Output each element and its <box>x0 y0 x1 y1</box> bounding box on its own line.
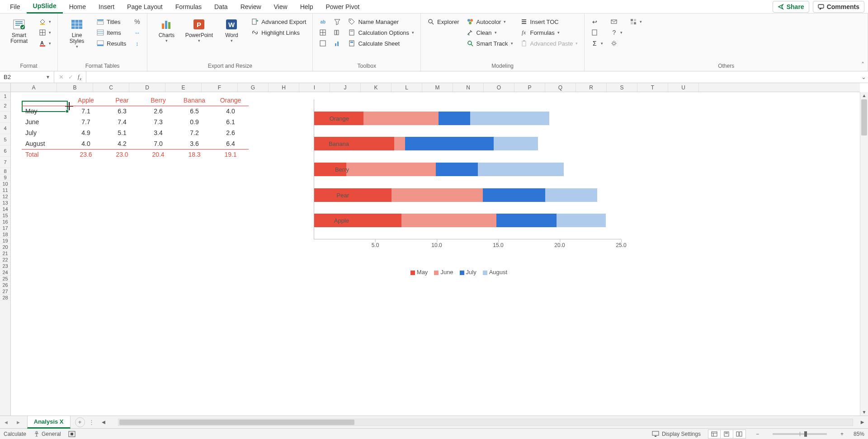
row-header-25[interactable]: 25 <box>0 276 10 282</box>
smart-track-button[interactable]: Smart Track ▾ <box>465 39 515 48</box>
font-color-button[interactable]: A▾ <box>37 39 53 48</box>
other-4[interactable] <box>609 17 624 26</box>
menu-insert[interactable]: Insert <box>92 0 121 13</box>
grid-area[interactable]: ApplePearBerryBananaOrange May7.16.32.66… <box>11 92 860 416</box>
charts-button[interactable]: Charts ▾ <box>152 15 181 45</box>
clean-button[interactable]: Clean ▾ <box>465 28 515 37</box>
row-header-21[interactable]: 21 <box>0 250 10 257</box>
line-styles-button[interactable]: Line Styles ▾ <box>62 15 91 51</box>
vertical-scrollbar[interactable]: ▲ ▼ <box>860 92 868 416</box>
row-header-5[interactable]: 5 <box>0 134 10 145</box>
col-header-T[interactable]: T <box>637 83 668 92</box>
add-sheet-button[interactable]: + <box>75 417 85 427</box>
sheet-tab-active[interactable]: Analysis X <box>27 416 71 429</box>
row-header-7[interactable]: 7 <box>0 157 10 168</box>
name-box-dropdown-icon[interactable]: ▼ <box>46 75 50 79</box>
tab-split-handle[interactable]: ⋮ <box>85 419 98 425</box>
cancel-formula-button[interactable]: ✕ <box>59 74 64 80</box>
percent-button[interactable]: % <box>132 17 142 26</box>
hscroll-right[interactable]: ► <box>857 419 868 425</box>
view-page-layout-button[interactable] <box>721 430 733 439</box>
row-header-26[interactable]: 26 <box>0 282 10 288</box>
col-header-F[interactable]: F <box>202 83 238 92</box>
row-header-15[interactable]: 15 <box>0 212 10 219</box>
row-header-8[interactable]: 8 <box>0 168 10 174</box>
col-header-O[interactable]: O <box>484 83 514 92</box>
zoom-in-button[interactable]: + <box>838 431 846 437</box>
insert-toc-button[interactable]: Insert TOC <box>519 17 580 26</box>
zoom-level[interactable]: 85% <box>854 431 864 437</box>
calc-options-button[interactable]: Calculation Options ▾ <box>346 28 416 37</box>
vscroll-thumb[interactable] <box>861 99 867 135</box>
menu-upslide[interactable]: UpSlide <box>27 0 63 14</box>
menu-power-pivot[interactable]: Power Pivot <box>319 0 366 13</box>
col-header-K[interactable]: K <box>361 83 392 92</box>
col-header-Q[interactable]: Q <box>545 83 576 92</box>
row-header-9[interactable]: 9 <box>0 174 10 181</box>
name-box[interactable]: B2 ▼ <box>0 71 54 83</box>
accept-formula-button[interactable]: ✓ <box>68 74 73 80</box>
tool-a2[interactable] <box>317 28 328 37</box>
sheet-nav-next[interactable]: ► <box>12 420 24 425</box>
hscroll-left[interactable]: ◄ <box>98 419 109 425</box>
col-header-A[interactable]: A <box>11 83 57 92</box>
row-header-3[interactable]: 3 <box>0 112 10 123</box>
col-header-E[interactable]: E <box>165 83 202 92</box>
formula-input[interactable] <box>86 71 859 83</box>
tool-a1[interactable]: ab <box>317 17 328 26</box>
display-settings-button[interactable]: Display Settings <box>652 431 701 437</box>
status-accessibility[interactable]: General <box>33 431 61 437</box>
other-2[interactable] <box>589 28 605 37</box>
formulas-button[interactable]: fxFormulas ▾ <box>519 28 580 37</box>
row-header-2[interactable]: 2 <box>0 100 10 112</box>
row-header-11[interactable]: 11 <box>0 187 10 193</box>
row-header-23[interactable]: 23 <box>0 263 10 269</box>
titles-button[interactable]: Titles <box>95 17 128 26</box>
results-button[interactable]: Results <box>95 39 128 48</box>
powerpoint-button[interactable]: P PowerPoint ▾ <box>184 15 213 45</box>
col-header-D[interactable]: D <box>129 83 165 92</box>
zoom-slider[interactable] <box>773 433 827 435</box>
hscroll-thumb[interactable] <box>119 420 354 425</box>
horizontal-scrollbar[interactable] <box>118 419 853 426</box>
fill-color-button[interactable]: ▾ <box>37 17 53 26</box>
menu-review[interactable]: Review <box>234 0 268 13</box>
menu-home[interactable]: Home <box>63 0 92 13</box>
menu-help[interactable]: Help <box>294 0 320 13</box>
row-header-17[interactable]: 17 <box>0 225 10 231</box>
row-header-13[interactable]: 13 <box>0 200 10 206</box>
other-1[interactable]: ↩ <box>589 17 605 26</box>
advanced-export-button[interactable]: Advanced Export <box>250 17 308 26</box>
other-6[interactable] <box>609 39 624 48</box>
word-button[interactable]: W Word ▾ <box>217 15 246 45</box>
comments-button[interactable]: Comments <box>813 1 864 13</box>
worksheet[interactable]: ABCDEFGHIJKLMNOPQRSTU 123456789101112131… <box>0 83 868 416</box>
row-header-28[interactable]: 28 <box>0 294 10 301</box>
highlight-links-button[interactable]: Highlight Links <box>250 28 308 37</box>
menu-formulas[interactable]: Formulas <box>169 0 208 13</box>
row-header-6[interactable]: 6 <box>0 145 10 157</box>
col-header-P[interactable]: P <box>514 83 545 92</box>
column-headers[interactable]: ABCDEFGHIJKLMNOPQRSTU <box>0 83 860 92</box>
row-header-12[interactable]: 12 <box>0 193 10 200</box>
row-header-10[interactable]: 10 <box>0 181 10 187</box>
col-header-S[interactable]: S <box>607 83 637 92</box>
zoom-thumb[interactable] <box>804 431 807 437</box>
status-macro[interactable] <box>68 431 75 437</box>
row-header-20[interactable]: 20 <box>0 244 10 250</box>
col-header-R[interactable]: R <box>576 83 607 92</box>
col-header-B[interactable]: B <box>57 83 93 92</box>
fx-icon[interactable]: fx <box>78 73 81 81</box>
name-manager-button[interactable]: Name Manager <box>346 17 416 26</box>
row-header-4[interactable]: 4 <box>0 123 10 134</box>
row-header-16[interactable]: 16 <box>0 219 10 225</box>
border-button[interactable]: ▾ <box>37 28 53 37</box>
explorer-button[interactable]: Explorer <box>425 17 461 26</box>
col-header-U[interactable]: U <box>668 83 699 92</box>
view-normal-button[interactable] <box>708 430 721 439</box>
scroll-up-button[interactable]: ▲ <box>860 93 868 98</box>
view-page-break-button[interactable] <box>733 430 746 439</box>
collapse-ribbon-button[interactable]: ˄ <box>861 61 864 68</box>
row-header-18[interactable]: 18 <box>0 231 10 238</box>
arrows-h-button[interactable]: ↔ <box>132 28 142 37</box>
